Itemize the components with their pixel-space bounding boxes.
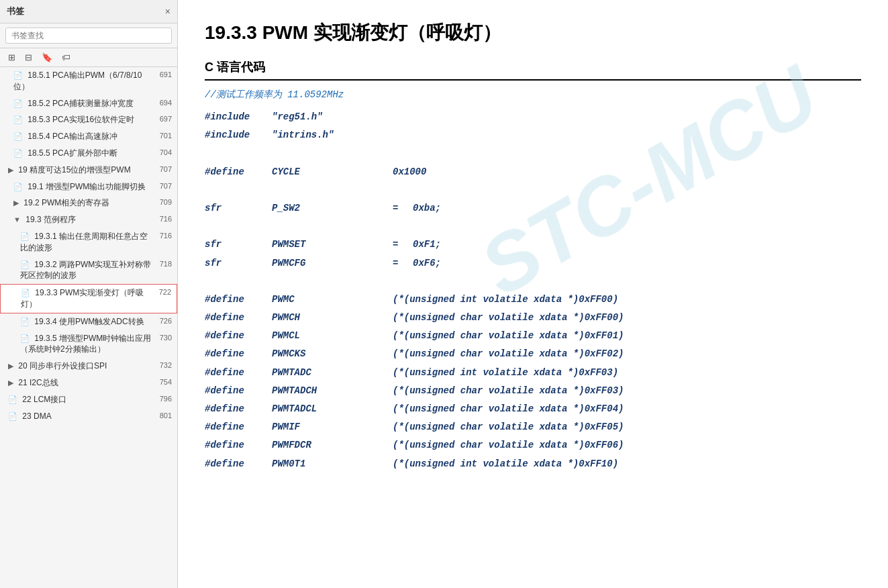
code-comment: //测试工作频率为 11.0592MHz: [205, 89, 861, 101]
code-name: PWMTADCL: [272, 401, 393, 418]
toolbar-btn-expand[interactable]: ⊞: [5, 51, 18, 64]
code-name: PWMCFG: [272, 255, 393, 272]
sidebar-item[interactable]: ▶ 19.2 PWM相关的寄存器709: [0, 195, 177, 211]
code-line: #include"intrins.h": [205, 127, 861, 144]
code-keyword: sfr: [205, 236, 272, 253]
sidebar-item-icon: ▼: [13, 215, 21, 224]
sidebar-item[interactable]: ▶ 19 精度可达15位的增强型PWM707: [0, 162, 177, 179]
sidebar-item-page: 694: [152, 98, 172, 108]
sidebar-item[interactable]: 📄 18.5.3 PCA实现16位软件定时697: [0, 111, 177, 128]
code-name: PWMFDCR: [272, 437, 393, 454]
sidebar-item[interactable]: 📄 19.3.5 增强型PWM时钟输出应用（系统时钟2分频输出）730: [0, 330, 177, 358]
sidebar-item[interactable]: 📄 19.3.4 使用PWM触发ADC转换726: [0, 313, 177, 330]
sidebar-item-page: 709: [152, 197, 172, 207]
code-keyword: sfr: [205, 255, 272, 272]
code-keyword: #define: [205, 364, 272, 381]
code-line: #definePWMTADC(*(unsigned int volatile x…: [205, 364, 861, 381]
toolbar-btn-bookmark[interactable]: 🔖: [39, 51, 55, 64]
code-val: 0xF6;: [413, 255, 441, 272]
code-keyword: #include: [205, 127, 272, 144]
sidebar-item-label: ▼ 19.3 范例程序: [13, 214, 152, 226]
code-name: CYCLE: [272, 164, 393, 181]
sidebar-item[interactable]: 📄 18.5.4 PCA输出高速脉冲701: [0, 128, 177, 145]
sidebar-item-icon: ▶: [13, 199, 19, 207]
sidebar-item-label: ▶ 19.2 PWM相关的寄存器: [13, 197, 152, 209]
sidebar-item-icon: 📄: [20, 232, 30, 240]
code-keyword: #include: [205, 109, 272, 126]
sidebar-list: 📄 18.5.1 PCA输出PWM（6/7/8/10位）691📄 18.5.2 …: [0, 67, 177, 588]
code-name: PWMC: [272, 291, 393, 308]
main-content: STC-MCU 19.3.3 PWM 实现渐变灯（呼吸灯） C 语言代码 //测…: [178, 0, 888, 588]
sidebar-item-page: 691: [152, 70, 172, 80]
sidebar-item[interactable]: 📄 18.5.2 PCA捕获测量脉冲宽度694: [0, 95, 177, 112]
page-title: 19.3.3 PWM 实现渐变灯（呼吸灯）: [205, 20, 861, 46]
code-eq: =: [393, 200, 413, 217]
sidebar-item[interactable]: ▶ 20 同步串行外设接口SPI732: [0, 358, 177, 375]
sidebar-item-label: 📄 19.3.4 使用PWM触发ADC转换: [20, 316, 152, 328]
sidebar-item[interactable]: 📄 22 LCM接口796: [0, 391, 177, 408]
code-val: (*(unsigned char volatile xdata *)0xFF02…: [393, 346, 624, 362]
code-name: PWMSET: [272, 236, 393, 253]
code-line: #definePWMTADCH(*(unsigned char volatile…: [205, 383, 861, 399]
code-line: #definePWMCH(*(unsigned char volatile xd…: [205, 309, 861, 326]
search-input[interactable]: [5, 28, 172, 44]
sidebar-item[interactable]: 📄 23 DMA801: [0, 408, 177, 425]
sidebar-item[interactable]: ▶ 21 I2C总线754: [0, 375, 177, 391]
code-line: #definePWM0T1(*(unsigned int volatile xd…: [205, 456, 861, 473]
sidebar-item-icon: 📄: [21, 289, 30, 297]
sidebar-item[interactable]: 📄 18.5.5 PCA扩展外部中断704: [0, 145, 177, 162]
code-line: #include"reg51.h": [205, 109, 861, 126]
sidebar-item[interactable]: 📄 18.5.1 PCA输出PWM（6/7/8/10位）691: [0, 67, 177, 95]
sidebar-item-icon: 📄: [20, 317, 30, 326]
code-name: PWMCL: [272, 328, 393, 344]
sidebar-item-icon: 📄: [20, 260, 30, 268]
code-val: (*(unsigned int volatile xdata *)0xFF03): [393, 364, 618, 381]
code-line: sfrP_SW2=0xba;: [205, 200, 861, 217]
sidebar: 书签 × ⊞ ⊟ 🔖 🏷 📄 18.5.1 PCA输出PWM（6/7/8/10位…: [0, 0, 178, 588]
code-line: sfrPWMSET=0xF1;: [205, 236, 861, 253]
code-keyword: #define: [205, 164, 272, 181]
code-name: PWMTADC: [272, 364, 393, 381]
toolbar-btn-collapse[interactable]: ⊟: [22, 51, 35, 64]
code-name: PWMCH: [272, 309, 393, 326]
sidebar-item-page: 796: [152, 394, 172, 404]
sidebar-item[interactable]: 📄 19.3.2 两路PWM实现互补对称带死区控制的波形718: [0, 256, 177, 285]
sidebar-item-label: 📄 19.3.3 PWM实现渐变灯（呼吸灯）: [21, 287, 151, 310]
sidebar-item-label: 📄 18.5.4 PCA输出高速脉冲: [13, 131, 152, 142]
toolbar-btn-tag[interactable]: 🏷: [59, 51, 73, 64]
code-name: PWMCKS: [272, 346, 393, 362]
code-line: [205, 145, 861, 162]
code-line: [205, 218, 861, 235]
sidebar-item-label: 📄 18.5.1 PCA输出PWM（6/7/8/10位）: [13, 70, 152, 93]
sidebar-item-page: 730: [152, 333, 172, 343]
sidebar-item-label: 📄 19.3.5 增强型PWM时钟输出应用（系统时钟2分频输出）: [20, 333, 152, 356]
sidebar-item-page: 701: [152, 131, 172, 141]
code-line: #definePWMCKS(*(unsigned char volatile x…: [205, 346, 861, 362]
sidebar-item[interactable]: ▼ 19.3 范例程序716: [0, 211, 177, 228]
sidebar-item-page: 726: [152, 316, 172, 326]
sidebar-item-icon: ▶: [8, 362, 13, 370]
code-line: #definePWMIF(*(unsigned char volatile xd…: [205, 419, 861, 436]
code-val: (*(unsigned char volatile xdata *)0xFF03…: [393, 383, 624, 399]
sidebar-item-page: 754: [152, 377, 172, 387]
sidebar-item[interactable]: 📄 19.1 增强型PWM输出功能脚切换707: [0, 179, 177, 195]
sidebar-item-icon: 📄: [13, 183, 23, 191]
sidebar-item[interactable]: 📄 19.3.3 PWM实现渐变灯（呼吸灯）722: [0, 284, 177, 313]
code-name: "reg51.h": [272, 109, 393, 126]
sidebar-close-button[interactable]: ×: [165, 6, 170, 17]
sidebar-item-label: 📄 22 LCM接口: [8, 394, 152, 405]
sidebar-item-page: 732: [152, 360, 172, 371]
sidebar-item[interactable]: 📄 19.3.1 输出任意周期和任意占空比的波形716: [0, 228, 177, 256]
sidebar-item-icon: ▶: [8, 166, 13, 174]
code-eq: =: [393, 236, 413, 253]
sidebar-item-label: ▶ 20 同步串行外设接口SPI: [8, 360, 152, 372]
code-line: #definePWMCL(*(unsigned char volatile xd…: [205, 328, 861, 344]
code-val: 0xF1;: [413, 236, 441, 253]
sidebar-item-page: 707: [152, 164, 172, 175]
sidebar-item-page: 716: [152, 231, 172, 241]
code-keyword: #define: [205, 383, 272, 399]
sidebar-search-area: [0, 23, 177, 48]
sidebar-item-icon: 📄: [13, 132, 23, 140]
code-val: (*(unsigned char volatile xdata *)0xFF01…: [393, 328, 624, 344]
code-keyword: #define: [205, 437, 272, 454]
